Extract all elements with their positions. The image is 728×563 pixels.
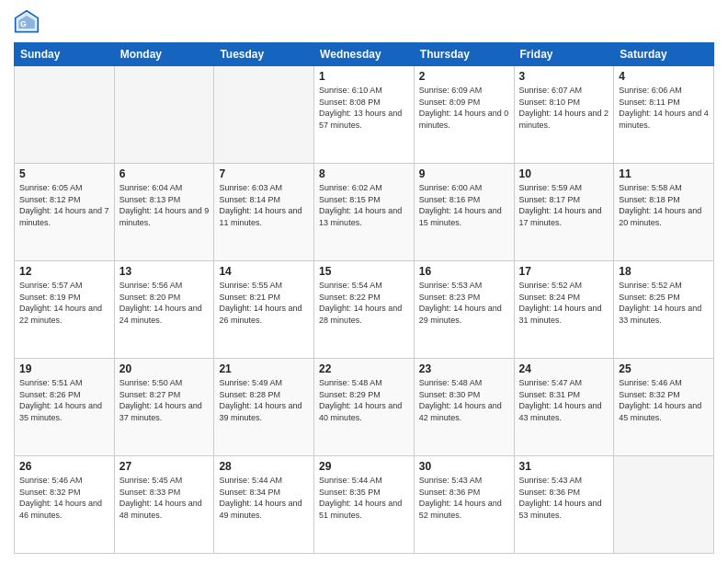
- calendar-day-cell: 5Sunrise: 6:05 AMSunset: 8:12 PMDaylight…: [15, 164, 115, 261]
- day-number: 13: [119, 265, 210, 278]
- day-info: Sunrise: 5:59 AMSunset: 8:17 PMDaylight:…: [519, 182, 609, 228]
- day-info: Sunrise: 5:49 AMSunset: 8:28 PMDaylight:…: [219, 377, 309, 423]
- day-info: Sunrise: 6:03 AMSunset: 8:14 PMDaylight:…: [219, 182, 309, 228]
- day-info: Sunrise: 6:04 AMSunset: 8:13 PMDaylight:…: [119, 182, 210, 228]
- day-number: 20: [119, 362, 210, 375]
- calendar-day-cell: 25Sunrise: 5:46 AMSunset: 8:32 PMDayligh…: [614, 359, 714, 456]
- calendar-day-cell: 9Sunrise: 6:00 AMSunset: 8:16 PMDaylight…: [414, 164, 514, 261]
- calendar-day-cell: 1Sunrise: 6:10 AMSunset: 8:08 PMDaylight…: [314, 66, 415, 164]
- calendar-day-cell: 21Sunrise: 5:49 AMSunset: 8:28 PMDayligh…: [214, 359, 314, 456]
- calendar-day-cell: 31Sunrise: 5:43 AMSunset: 8:36 PMDayligh…: [514, 456, 614, 554]
- logo: G: [14, 9, 43, 35]
- calendar-day-cell: [15, 66, 115, 164]
- calendar-day-cell: [114, 66, 214, 164]
- calendar-week-row: 12Sunrise: 5:57 AMSunset: 8:19 PMDayligh…: [15, 261, 714, 359]
- calendar-day-cell: 8Sunrise: 6:02 AMSunset: 8:15 PMDaylight…: [314, 164, 415, 261]
- day-number: 1: [319, 70, 409, 83]
- day-info: Sunrise: 5:52 AMSunset: 8:24 PMDaylight:…: [519, 280, 609, 326]
- day-info: Sunrise: 6:06 AMSunset: 8:11 PMDaylight:…: [619, 85, 709, 131]
- day-number: 27: [119, 460, 210, 473]
- day-number: 25: [619, 362, 709, 375]
- day-number: 8: [319, 167, 409, 180]
- day-of-week-header: Tuesday: [214, 43, 314, 66]
- calendar-day-cell: 27Sunrise: 5:45 AMSunset: 8:33 PMDayligh…: [114, 456, 214, 554]
- page: G SundayMondayTuesdayWednesdayThursdayFr…: [0, 0, 728, 563]
- day-of-week-header: Friday: [514, 43, 614, 66]
- calendar-week-row: 5Sunrise: 6:05 AMSunset: 8:12 PMDaylight…: [15, 164, 714, 261]
- svg-text:G: G: [20, 19, 27, 29]
- calendar-day-cell: 28Sunrise: 5:44 AMSunset: 8:34 PMDayligh…: [214, 456, 314, 554]
- day-number: 29: [319, 460, 409, 473]
- calendar-day-cell: 24Sunrise: 5:47 AMSunset: 8:31 PMDayligh…: [514, 359, 614, 456]
- day-number: 5: [19, 167, 109, 180]
- calendar-day-cell: 2Sunrise: 6:09 AMSunset: 8:09 PMDaylight…: [414, 66, 514, 164]
- day-info: Sunrise: 5:44 AMSunset: 8:35 PMDaylight:…: [319, 475, 409, 521]
- calendar-day-cell: 16Sunrise: 5:53 AMSunset: 8:23 PMDayligh…: [414, 261, 514, 359]
- calendar-header: SundayMondayTuesdayWednesdayThursdayFrid…: [15, 43, 714, 66]
- day-number: 11: [619, 167, 709, 180]
- calendar-day-cell: 10Sunrise: 5:59 AMSunset: 8:17 PMDayligh…: [514, 164, 614, 261]
- calendar-day-cell: 29Sunrise: 5:44 AMSunset: 8:35 PMDayligh…: [314, 456, 415, 554]
- calendar-day-cell: 4Sunrise: 6:06 AMSunset: 8:11 PMDaylight…: [614, 66, 714, 164]
- day-info: Sunrise: 6:07 AMSunset: 8:10 PMDaylight:…: [519, 85, 609, 131]
- day-info: Sunrise: 5:54 AMSunset: 8:22 PMDaylight:…: [319, 280, 409, 326]
- day-of-week-header: Monday: [114, 43, 214, 66]
- calendar-day-cell: 17Sunrise: 5:52 AMSunset: 8:24 PMDayligh…: [514, 261, 614, 359]
- day-info: Sunrise: 5:44 AMSunset: 8:34 PMDaylight:…: [219, 475, 309, 521]
- day-number: 22: [319, 362, 409, 375]
- day-of-week-header: Wednesday: [314, 43, 415, 66]
- calendar-day-cell: 12Sunrise: 5:57 AMSunset: 8:19 PMDayligh…: [15, 261, 115, 359]
- header: G: [14, 9, 714, 35]
- day-number: 24: [519, 362, 609, 375]
- calendar-day-cell: 19Sunrise: 5:51 AMSunset: 8:26 PMDayligh…: [15, 359, 115, 456]
- day-number: 30: [419, 460, 509, 473]
- day-info: Sunrise: 5:43 AMSunset: 8:36 PMDaylight:…: [519, 475, 609, 521]
- day-info: Sunrise: 5:57 AMSunset: 8:19 PMDaylight:…: [19, 280, 109, 326]
- day-info: Sunrise: 5:55 AMSunset: 8:21 PMDaylight:…: [219, 280, 309, 326]
- day-number: 21: [219, 362, 309, 375]
- calendar-day-cell: 15Sunrise: 5:54 AMSunset: 8:22 PMDayligh…: [314, 261, 415, 359]
- day-number: 17: [519, 265, 609, 278]
- calendar-day-cell: 18Sunrise: 5:52 AMSunset: 8:25 PMDayligh…: [614, 261, 714, 359]
- calendar-day-cell: 6Sunrise: 6:04 AMSunset: 8:13 PMDaylight…: [114, 164, 214, 261]
- day-number: 18: [619, 265, 709, 278]
- calendar-day-cell: 20Sunrise: 5:50 AMSunset: 8:27 PMDayligh…: [114, 359, 214, 456]
- day-number: 7: [219, 167, 309, 180]
- calendar-week-row: 26Sunrise: 5:46 AMSunset: 8:32 PMDayligh…: [15, 456, 714, 554]
- day-info: Sunrise: 5:53 AMSunset: 8:23 PMDaylight:…: [419, 280, 509, 326]
- day-number: 23: [419, 362, 509, 375]
- calendar-week-row: 19Sunrise: 5:51 AMSunset: 8:26 PMDayligh…: [15, 359, 714, 456]
- calendar-day-cell: 13Sunrise: 5:56 AMSunset: 8:20 PMDayligh…: [114, 261, 214, 359]
- day-number: 6: [119, 167, 210, 180]
- day-info: Sunrise: 5:46 AMSunset: 8:32 PMDaylight:…: [619, 377, 709, 423]
- day-of-week-header: Saturday: [614, 43, 714, 66]
- day-info: Sunrise: 6:05 AMSunset: 8:12 PMDaylight:…: [19, 182, 109, 228]
- calendar-week-row: 1Sunrise: 6:10 AMSunset: 8:08 PMDaylight…: [15, 66, 714, 164]
- day-info: Sunrise: 5:48 AMSunset: 8:30 PMDaylight:…: [419, 377, 509, 423]
- day-info: Sunrise: 5:47 AMSunset: 8:31 PMDaylight:…: [519, 377, 609, 423]
- day-number: 2: [419, 70, 509, 83]
- day-info: Sunrise: 6:10 AMSunset: 8:08 PMDaylight:…: [319, 85, 409, 131]
- day-info: Sunrise: 6:09 AMSunset: 8:09 PMDaylight:…: [419, 85, 509, 131]
- day-number: 19: [19, 362, 109, 375]
- calendar-day-cell: [614, 456, 714, 554]
- day-info: Sunrise: 5:48 AMSunset: 8:29 PMDaylight:…: [319, 377, 409, 423]
- day-info: Sunrise: 6:02 AMSunset: 8:15 PMDaylight:…: [319, 182, 409, 228]
- day-info: Sunrise: 5:45 AMSunset: 8:33 PMDaylight:…: [119, 475, 210, 521]
- day-number: 9: [419, 167, 509, 180]
- logo-icon: G: [14, 9, 40, 35]
- day-of-week-header: Sunday: [15, 43, 115, 66]
- calendar-day-cell: 26Sunrise: 5:46 AMSunset: 8:32 PMDayligh…: [15, 456, 115, 554]
- day-info: Sunrise: 5:52 AMSunset: 8:25 PMDaylight:…: [619, 280, 709, 326]
- calendar-day-cell: 30Sunrise: 5:43 AMSunset: 8:36 PMDayligh…: [414, 456, 514, 554]
- calendar: SundayMondayTuesdayWednesdayThursdayFrid…: [14, 42, 714, 554]
- day-info: Sunrise: 5:43 AMSunset: 8:36 PMDaylight:…: [419, 475, 509, 521]
- calendar-day-cell: 23Sunrise: 5:48 AMSunset: 8:30 PMDayligh…: [414, 359, 514, 456]
- day-number: 3: [519, 70, 609, 83]
- calendar-day-cell: 14Sunrise: 5:55 AMSunset: 8:21 PMDayligh…: [214, 261, 314, 359]
- calendar-day-cell: [214, 66, 314, 164]
- day-number: 4: [619, 70, 709, 83]
- day-number: 31: [519, 460, 609, 473]
- day-number: 15: [319, 265, 409, 278]
- day-number: 10: [519, 167, 609, 180]
